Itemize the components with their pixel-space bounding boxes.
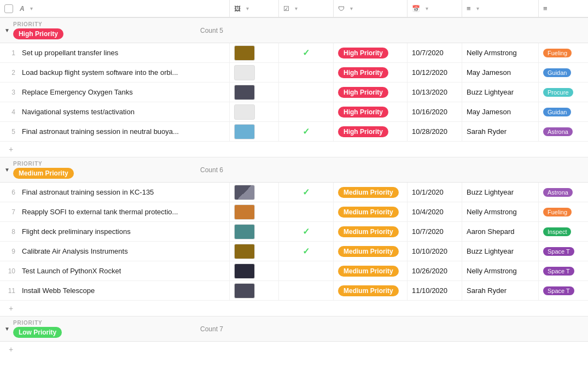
dept-cell: Space T	[539, 261, 588, 280]
photo-thumb	[234, 263, 255, 279]
row-number: 5	[4, 128, 15, 136]
photo-cell[interactable]	[230, 242, 279, 261]
table-row: 8 Flight deck preliminary inspections ✓ …	[0, 222, 588, 242]
task-col-arrow[interactable]: ▾	[30, 5, 33, 11]
complete-cell[interactable]	[279, 261, 334, 280]
task-name: Install Webb Telescope	[22, 286, 95, 295]
task-column-header: A ▾	[0, 0, 230, 17]
dept-badge: Fueling	[543, 208, 572, 216]
add-row-low[interactable]: +	[0, 342, 588, 357]
priority-cell[interactable]: High Priority	[334, 102, 407, 121]
group-header-low: ▼ PRIORITY Low Priority Count 7	[0, 316, 588, 342]
row-number: 11	[4, 287, 15, 295]
select-all-checkbox[interactable]	[4, 4, 13, 13]
dept-cell: Space T	[539, 242, 588, 261]
photo-cell[interactable]	[230, 183, 279, 202]
collapse-arrow-low[interactable]: ▼	[4, 326, 10, 332]
priority-cell[interactable]: Medium Priority	[334, 281, 407, 300]
deadline-cell: 10/16/2020	[407, 102, 462, 121]
deadline-value: 10/10/2020	[412, 247, 447, 255]
priority-cell[interactable]: High Priority	[334, 63, 407, 82]
task-name: Final astronaut training session in neut…	[22, 127, 179, 136]
add-row-high[interactable]: +	[0, 142, 588, 157]
complete-cell[interactable]	[279, 102, 334, 121]
contact-cell: Nelly Armstrong	[462, 43, 539, 62]
task-cell: 6 Final astronaut training session in KC…	[0, 183, 230, 202]
deadline-value: 10/26/2020	[412, 267, 447, 275]
dept-badge: Inspect	[543, 227, 571, 236]
task-col-icon: A	[20, 5, 25, 13]
deadline-cell: 10/7/2020	[407, 222, 462, 241]
table-header: A ▾ 🖼 ▾ ☑ ▾ 🛡 ▾ 📅 ▾ ≡ ▾	[0, 0, 588, 17]
collapse-arrow-medium[interactable]: ▼	[4, 167, 10, 173]
photos-col-arrow[interactable]: ▾	[246, 5, 249, 11]
complete-cell[interactable]	[279, 83, 334, 102]
table-row: 4 Navigational systems test/activation H…	[0, 102, 588, 122]
priority-cell[interactable]: Medium Priority	[334, 261, 407, 280]
priority-column-header: 🛡 ▾	[334, 0, 407, 17]
task-cell: 4 Navigational systems test/activation	[0, 102, 230, 121]
priority-badge: Medium Priority	[338, 246, 399, 257]
complete-col-arrow[interactable]: ▾	[295, 5, 298, 11]
complete-cell[interactable]: ✓	[279, 242, 334, 261]
row-number: 2	[4, 69, 15, 77]
complete-cell[interactable]	[279, 202, 334, 221]
deadline-cell: 10/7/2020	[407, 43, 462, 62]
dept-badge: Guidan	[543, 108, 571, 116]
dept-cell: Fueling	[539, 202, 588, 221]
priority-badge: High Priority	[338, 107, 388, 118]
photo-cell[interactable]	[230, 222, 279, 241]
deadline-value: 10/12/2020	[412, 68, 447, 77]
dept-cell: Astrona	[539, 183, 588, 202]
priority-badge: Medium Priority	[338, 187, 399, 198]
add-icon: +	[9, 345, 13, 354]
deadline-column-header: 📅 ▾	[407, 0, 462, 17]
row-number: 10	[4, 267, 15, 275]
complete-check: ✓	[302, 126, 310, 137]
dept-cell: Space T	[539, 281, 588, 300]
priority-cell[interactable]: Medium Priority	[334, 222, 407, 241]
task-name: Replace Emergency Oxygen Tanks	[22, 88, 133, 96]
table-row: 9 Calibrate Air Analysis Instruments ✓ M…	[0, 242, 588, 261]
add-icon: +	[9, 145, 13, 154]
complete-cell[interactable]: ✓	[279, 183, 334, 202]
photo-cell[interactable]	[230, 202, 279, 221]
task-cell: 1 Set up propellant transfer lines	[0, 43, 230, 62]
deadline-value: 10/1/2020	[412, 188, 444, 196]
complete-cell[interactable]	[279, 63, 334, 82]
table-row: 2 Load backup flight system software int…	[0, 63, 588, 83]
deadline-cell: 10/10/2020	[407, 242, 462, 261]
priority-cell[interactable]: High Priority	[334, 43, 407, 62]
complete-cell[interactable]: ✓	[279, 122, 334, 141]
group-priority-label-medium: PRIORITY	[13, 161, 197, 167]
complete-cell[interactable]: ✓	[279, 43, 334, 62]
deadline-value: 10/7/2020	[412, 49, 444, 57]
contact-cell: Nelly Armstrong	[462, 202, 539, 221]
photo-cell[interactable]	[230, 83, 279, 102]
contact-col-arrow[interactable]: ▾	[476, 5, 479, 11]
photo-cell[interactable]	[230, 122, 279, 141]
photo-cell[interactable]	[230, 261, 279, 280]
priority-col-arrow[interactable]: ▾	[350, 5, 353, 11]
photo-cell[interactable]	[230, 43, 279, 62]
complete-cell[interactable]: ✓	[279, 222, 334, 241]
priority-badge: Medium Priority	[338, 207, 399, 218]
collapse-arrow-high[interactable]: ▼	[4, 27, 10, 33]
deadline-cell: 10/26/2020	[407, 261, 462, 280]
row-number: 6	[4, 189, 15, 196]
add-row-medium[interactable]: +	[0, 301, 588, 316]
row-number: 1	[4, 49, 15, 57]
contact-value: Sarah Ryder	[467, 127, 507, 136]
priority-cell[interactable]: High Priority	[334, 83, 407, 102]
deadline-col-arrow[interactable]: ▾	[426, 5, 428, 11]
photo-cell[interactable]	[230, 63, 279, 82]
priority-cell[interactable]: Medium Priority	[334, 202, 407, 221]
dept-badge: Guidan	[543, 68, 571, 77]
priority-cell[interactable]: High Priority	[334, 122, 407, 141]
priority-cell[interactable]: Medium Priority	[334, 183, 407, 202]
photo-cell[interactable]	[230, 281, 279, 300]
complete-cell[interactable]	[279, 281, 334, 300]
deadline-cell: 10/28/2020	[407, 122, 462, 141]
photo-cell[interactable]	[230, 102, 279, 121]
priority-cell[interactable]: Medium Priority	[334, 242, 407, 261]
